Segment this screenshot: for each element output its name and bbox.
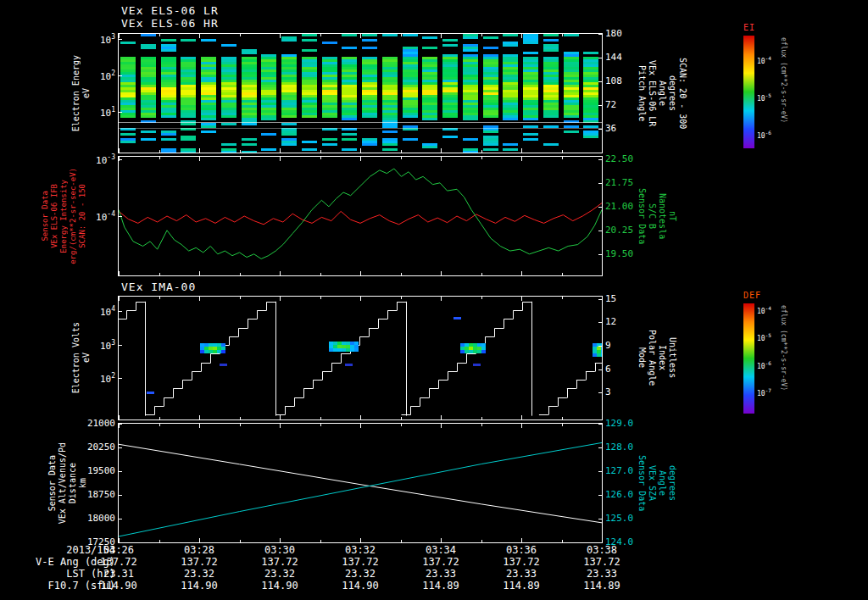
- els-colorbar-units: eflux (cm**2-s-sr-eV): [780, 37, 787, 150]
- axis-label-line: SCAN: 20 - 150: [78, 184, 86, 248]
- axis-label-line: degrees: [668, 465, 677, 501]
- tick-label: 6: [605, 364, 636, 375]
- tick-label: 129.0: [605, 419, 636, 429]
- ima-colorbar: [743, 303, 754, 414]
- axis-label-line: Distance: [68, 463, 77, 503]
- time-tick-label: 03:30: [253, 545, 307, 556]
- els-colorbar-label: EI: [743, 23, 755, 32]
- row-value: 23.32: [333, 569, 387, 580]
- panel3-left-axis-label: Electron Volts eV: [71, 297, 91, 419]
- tick-label: 21.75: [605, 178, 636, 188]
- row-value: 23.33: [414, 569, 468, 580]
- time-tick-label: 03:32: [333, 545, 387, 556]
- tick-label: 12: [605, 317, 636, 327]
- axis-label-line: VEx ELS-06 IFB: [50, 184, 58, 248]
- tick-label: 9: [605, 341, 636, 351]
- time-tick-label: 03:38: [575, 545, 629, 556]
- axis-label-line: VEx Alt/Venus/Pd: [58, 442, 67, 524]
- tick-label: 19.50: [605, 249, 636, 259]
- axis-label-line: Index: [658, 345, 667, 370]
- els-colorbar: [743, 36, 754, 148]
- axis-label-line: Mode: [637, 347, 647, 368]
- tick-label: 10-6: [757, 360, 779, 370]
- tick-label: 144: [605, 53, 636, 63]
- axis-label-line: SCAN: 20 - 300: [678, 58, 687, 129]
- axis-label-line: Sensor Data: [47, 455, 57, 511]
- axis-label-line: nT: [668, 211, 677, 221]
- time-tick-label: 03:36: [494, 545, 548, 556]
- row-value: 114.90: [92, 581, 146, 592]
- tick-label: 127.0: [605, 466, 636, 476]
- time-tick-label: 03:26: [92, 545, 146, 556]
- axis-label-line: S/C B: [648, 203, 657, 229]
- panel3-left-ticks: 104103102: [92, 297, 115, 419]
- tick-label: 104: [92, 306, 115, 318]
- panel2-left-axis-label: Sensor Data VEx ELS-06 IFB Energy Intens…: [41, 157, 86, 275]
- tick-label: 21000: [85, 419, 115, 429]
- ima-colorbar-ticks: 10-410-510-610-7: [757, 303, 779, 414]
- axis-label-line: Sensor Data: [637, 188, 647, 244]
- tick-label: 10-4: [757, 305, 779, 315]
- axis-label-line: eV: [81, 353, 91, 363]
- tick-label: 20250: [85, 442, 115, 453]
- tick-label: 180: [605, 29, 636, 39]
- axis-label-line: Nanotesla: [658, 193, 667, 239]
- tick-label: 19500: [85, 466, 115, 476]
- axis-label-line: Sensor Data: [41, 191, 49, 242]
- row-value: 114.89: [414, 581, 468, 592]
- ima-colorbar-label: DEF: [743, 291, 761, 300]
- panel3-right-axis-label: Mode Polar Angle Index Unitless: [637, 297, 677, 419]
- panel1-title-line1: VEx ELS-06 LR: [121, 4, 219, 17]
- tick-label: 3: [605, 387, 636, 397]
- tick-label: 21.00: [605, 202, 636, 212]
- axis-label-line: Sensor Data: [637, 455, 647, 511]
- axis-label-line: Electron Volts: [71, 322, 81, 393]
- axis-label-line: Pitch Angle: [637, 65, 647, 121]
- intensity-bfield-canvas: [118, 156, 603, 276]
- panel2-right-ticks: 22.5021.7521.0020.2519.50: [605, 157, 636, 275]
- panel1-left-axis-label: Electron Energy eV: [71, 34, 91, 153]
- panel1-right-axis-label: Pitch Angle VEx ELS-06 LR Angle degrees …: [637, 32, 687, 155]
- tick-label: 102: [92, 70, 115, 82]
- row-value: 114.90: [333, 581, 387, 592]
- panel2-left-ticks: 10-310-4: [88, 157, 115, 275]
- row-value: 137.72: [172, 557, 226, 568]
- tick-label: 101: [92, 107, 115, 119]
- panel1-left-ticks: 103102101: [92, 34, 115, 153]
- axis-label-line: eV: [81, 88, 91, 98]
- altitude-sza-canvas: [118, 423, 603, 543]
- axis-label-line: erg/(cm**2-sr-sec-eV): [69, 168, 77, 264]
- panel1-right-ticks: 1801441087236: [605, 34, 636, 153]
- row-value: 23.33: [575, 569, 629, 580]
- tick-label: 125.0: [605, 514, 636, 524]
- tick-label: 15: [605, 294, 636, 304]
- panel4-right-ticks: 129.0128.0127.0126.0125.0124.0: [605, 424, 636, 542]
- panel1-title-line2: VEx ELS-06 HR: [121, 17, 219, 30]
- time-axis-table: 2013/15403:2603:2803:3003:3203:3403:3603…: [0, 542, 868, 600]
- row-value: 23.32: [172, 569, 226, 580]
- panel4-left-axis-label: Sensor Data VEx Alt/Venus/Pd Distance km: [47, 424, 87, 542]
- tick-label: 10-6: [757, 130, 779, 140]
- tick-label: 10-7: [757, 387, 779, 397]
- time-tick-label: 03:28: [172, 545, 226, 556]
- tick-label: 103: [92, 340, 115, 352]
- time-tick-label: 03:34: [414, 545, 468, 556]
- row-value: 114.89: [494, 581, 548, 592]
- panel4-left-ticks: 210002025019500187501800017250: [85, 424, 115, 542]
- row-value: 114.90: [172, 581, 226, 592]
- cdaweb-plot-screen: VEx ELS-06 LR VEx ELS-06 HR VEx IMA-00 E…: [0, 0, 868, 600]
- row-value: 137.72: [575, 557, 629, 568]
- els-spectrogram-canvas: [118, 33, 603, 153]
- axis-label-line: VEx SZA: [648, 465, 657, 501]
- tick-label: 103: [92, 34, 115, 46]
- axis-label-line: Unitless: [668, 337, 677, 378]
- row-value: 137.72: [414, 557, 468, 568]
- els-colorbar-ticks: 10-410-510-6: [757, 36, 779, 148]
- axis-label-line: degrees: [668, 75, 677, 111]
- tick-label: 10-5: [757, 332, 779, 342]
- panel3-title: VEx IMA-00: [121, 281, 196, 293]
- axis-label-line: Energy Intensity: [59, 180, 68, 253]
- axis-label-line: Electron Energy: [71, 55, 81, 131]
- tick-label: 20.25: [605, 225, 636, 236]
- axis-label-line: Angle: [658, 470, 667, 496]
